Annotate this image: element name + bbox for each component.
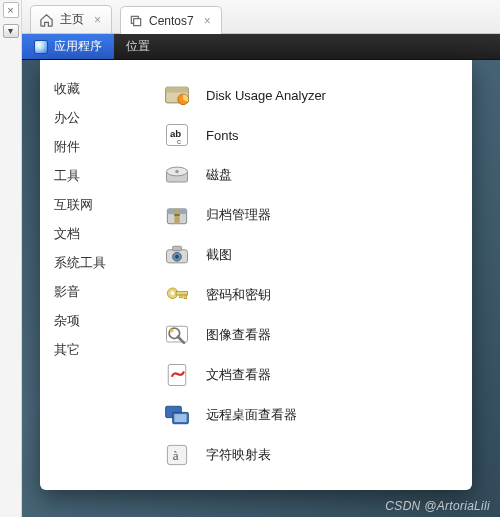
close-icon[interactable]: × <box>204 14 211 28</box>
menu-categories: 收藏 办公 附件 工具 互联网 文档 系统工具 影音 杂项 其它 <box>54 76 142 482</box>
svg-rect-23 <box>180 295 183 298</box>
gnome-top-bar: 应用程序 位置 <box>22 34 500 60</box>
passwords-keys-icon <box>162 280 192 310</box>
close-icon[interactable]: × <box>3 2 19 18</box>
chevron-down-icon[interactable]: ▾ <box>3 24 19 38</box>
app-label: Fonts <box>206 128 239 143</box>
svg-rect-1 <box>134 18 141 25</box>
app-fonts[interactable]: abc Fonts <box>162 116 460 154</box>
svg-rect-31 <box>174 414 186 422</box>
svg-rect-28 <box>168 365 186 386</box>
tab-home[interactable]: 主页 × <box>30 5 112 33</box>
vm-desktop: 应用程序 位置 收藏 办公 附件 工具 互联网 文档 系统工具 影音 杂项 其 <box>22 34 500 517</box>
app-character-map[interactable]: à 字符映射表 <box>162 436 460 474</box>
menu-category[interactable]: 附件 <box>54 138 142 156</box>
applications-icon <box>34 40 48 54</box>
svg-point-18 <box>175 255 179 259</box>
app-remote-desktop-viewer[interactable]: 远程桌面查看器 <box>162 396 460 434</box>
app-label: 图像查看器 <box>206 326 271 344</box>
menu-category[interactable]: 杂项 <box>54 312 142 330</box>
svg-point-20 <box>171 291 175 295</box>
remote-desktop-viewer-icon <box>162 400 192 430</box>
screenshot-icon <box>162 240 192 270</box>
app-label: Disk Usage Analyzer <box>206 88 326 103</box>
app-image-viewer[interactable]: 图像查看器 <box>162 316 460 354</box>
app-archive-manager[interactable]: 归档管理器 <box>162 196 460 234</box>
app-label: 归档管理器 <box>206 206 271 224</box>
app-label: 远程桌面查看器 <box>206 406 297 424</box>
places-menu-button[interactable]: 位置 <box>114 34 162 59</box>
disk-usage-analyzer-icon <box>162 80 192 110</box>
menu-category[interactable]: 文档 <box>54 225 142 243</box>
app-label: 密码和密钥 <box>206 286 271 304</box>
menu-category[interactable]: 收藏 <box>54 80 142 98</box>
fonts-icon: abc <box>162 120 192 150</box>
tab-label: 主页 <box>60 11 84 28</box>
svg-rect-14 <box>174 214 179 216</box>
editor-gutter: × ▾ <box>0 0 22 517</box>
places-label: 位置 <box>126 38 150 55</box>
svg-text:à: à <box>173 448 179 463</box>
app-screenshot[interactable]: 截图 <box>162 236 460 274</box>
menu-app-list: Disk Usage Analyzer abc Fonts 磁盘 归档管理器 <box>142 76 460 482</box>
app-label: 磁盘 <box>206 166 232 184</box>
svg-rect-16 <box>173 246 182 250</box>
app-disks[interactable]: 磁盘 <box>162 156 460 194</box>
menu-category[interactable]: 其它 <box>54 341 142 359</box>
document-viewer-icon <box>162 360 192 390</box>
disks-icon <box>162 160 192 190</box>
svg-rect-21 <box>176 292 187 296</box>
home-icon <box>39 13 54 27</box>
watermark: CSDN @ArtoriaLili <box>385 499 490 513</box>
tab-centos7[interactable]: Centos7 × <box>120 6 222 34</box>
app-disk-usage-analyzer[interactable]: Disk Usage Analyzer <box>162 76 460 114</box>
image-viewer-icon <box>162 320 192 350</box>
character-map-icon: à <box>162 440 192 470</box>
svg-point-10 <box>175 170 179 174</box>
vm-icon <box>129 14 143 28</box>
app-label: 文档查看器 <box>206 366 271 384</box>
app-label: 截图 <box>206 246 232 264</box>
applications-menu-popup: 收藏 办公 附件 工具 互联网 文档 系统工具 影音 杂项 其它 Disk Us… <box>40 60 472 490</box>
menu-category[interactable]: 影音 <box>54 283 142 301</box>
applications-label: 应用程序 <box>54 38 102 55</box>
app-label: 字符映射表 <box>206 446 271 464</box>
app-passwords-keys[interactable]: 密码和密钥 <box>162 276 460 314</box>
tab-label: Centos7 <box>149 14 194 28</box>
menu-category[interactable]: 办公 <box>54 109 142 127</box>
close-icon[interactable]: × <box>94 13 101 27</box>
tab-bar: 主页 × Centos7 × <box>22 0 500 34</box>
menu-category[interactable]: 工具 <box>54 167 142 185</box>
app-document-viewer[interactable]: 文档查看器 <box>162 356 460 394</box>
svg-rect-3 <box>166 87 189 92</box>
svg-text:c: c <box>177 137 181 146</box>
menu-category[interactable]: 系统工具 <box>54 254 142 272</box>
svg-point-27 <box>170 329 174 333</box>
svg-rect-22 <box>184 295 187 299</box>
archive-manager-icon <box>162 200 192 230</box>
svg-rect-13 <box>174 209 179 224</box>
applications-menu-button[interactable]: 应用程序 <box>22 34 114 59</box>
menu-category[interactable]: 互联网 <box>54 196 142 214</box>
